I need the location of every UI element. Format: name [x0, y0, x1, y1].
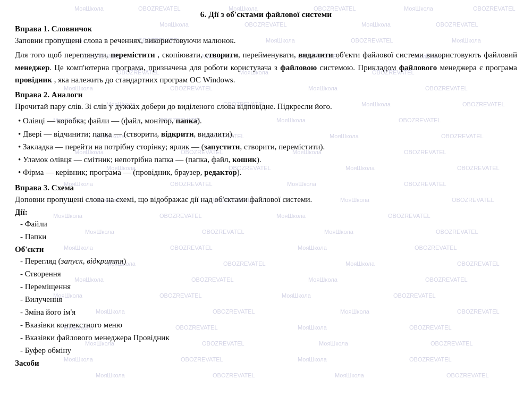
dii-item-2: - Папки — [20, 230, 517, 243]
dii-label: Дії: — [15, 208, 517, 217]
zasoby-label: Засоби — [15, 359, 517, 368]
obekty-item-5: - Зміна його ім'я — [20, 306, 517, 318]
exercise1-instruction: Заповни пропущені слова в реченнях, вико… — [15, 35, 517, 47]
obekty-item-2: - Створення — [20, 267, 517, 280]
obekty-item-3: - Переміщення — [20, 280, 517, 293]
obekty-item-6: - Вказівки контекстного меню — [20, 318, 517, 331]
exercise3-title: Вправа 3. Схема — [15, 183, 517, 192]
exercise2-instruction: Прочитай пару слів. Зі слів у дужках доб… — [15, 100, 517, 113]
dii-item-1: - Файли — [20, 217, 517, 230]
bullet-2: • Двері — відчинити; папка — (створити, … — [18, 128, 517, 140]
main-title: 6. Дії з об'єктами файлової системи — [15, 10, 517, 19]
bullet-4: • Уламок олівця — смітник; непотрібна па… — [18, 154, 517, 166]
obekty-item-4: - Вилучення — [20, 293, 517, 306]
obekty-item-7: - Вказівки файлового менеджера Провідник — [20, 331, 517, 344]
obekty-item-8: - Буфер обміну — [20, 344, 517, 357]
obekty-item-1: - Перегляд (запуск, відкриття) — [20, 255, 517, 267]
exercise2-title: Вправа 2. Аналоги — [15, 90, 517, 99]
exercise1-paragraph: Для того щоб переглянути, перемістити , … — [15, 49, 517, 86]
bullet-3: • Закладка — перейти на потрібну сторінк… — [18, 141, 517, 153]
main-content: 6. Дії з об'єктами файлової системи Впра… — [0, 0, 532, 378]
exercise1-title: Вправа 1. Словничок — [15, 24, 517, 33]
obekty-label: Об'єкти — [15, 245, 517, 254]
exercise3-instruction: Доповни пропущені слова на схемі, що від… — [15, 193, 517, 206]
bullet-5: • Фірма — керівник; програма — (провідни… — [18, 166, 517, 179]
bullet-1: • Олівці — коробка; файли — (файл, моніт… — [18, 115, 517, 127]
